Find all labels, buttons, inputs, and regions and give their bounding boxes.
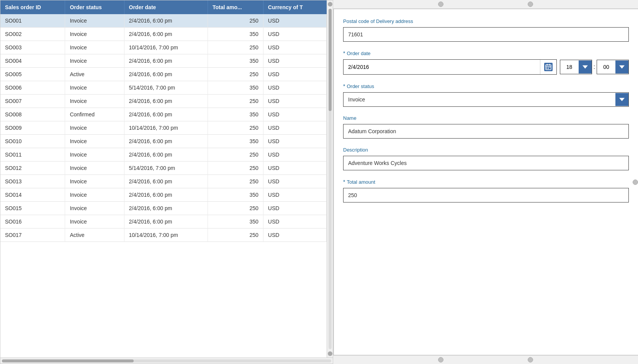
table-cell: 2/4/2016, 6:00 pm [124,215,208,229]
table-cell: 2/4/2016, 6:00 pm [124,14,208,28]
table-scroll-area[interactable]: Sales order ID Order status Order date T… [0,0,327,357]
table-row[interactable]: SO007Invoice2/4/2016, 6:00 pm250USD [0,95,327,108]
table-cell: USD [263,135,326,148]
table-cell: Invoice [65,135,124,148]
table-cell: 250 [208,148,263,162]
minute-dropdown-button[interactable] [615,60,628,73]
h-scroll-thumb[interactable] [2,359,134,362]
table-cell: 250 [208,202,263,215]
order-status-field-group: * Order status Invoice [343,83,629,107]
table-row[interactable]: SO008Confirmed2/4/2016, 6:00 pm350USD [0,108,327,121]
table-row[interactable]: SO003Invoice10/14/2016, 7:00 pm250USD [0,41,327,54]
table-cell: 250 [208,162,263,175]
table-row[interactable]: SO012Invoice5/14/2016, 7:00 pm250USD [0,162,327,175]
name-field-group: Name [343,115,629,139]
table-cell: SO007 [0,95,65,108]
scroll-track[interactable] [329,9,332,349]
col-header-order-date[interactable]: Order date [124,0,208,14]
col-header-total-amount[interactable]: Total amo... [208,0,263,14]
right-mid-handle[interactable] [633,180,638,185]
scroll-up-button[interactable] [328,2,332,7]
table-cell: SO006 [0,81,65,95]
hour-dropdown-button[interactable] [579,60,592,73]
col-header-sales-order-id[interactable]: Sales order ID [0,0,65,14]
order-status-label: * Order status [343,83,629,89]
table-cell: Active [65,229,124,242]
table-cell: USD [263,215,326,229]
col-header-currency[interactable]: Currency of T [263,0,326,14]
horizontal-scrollbar[interactable] [0,357,333,364]
table-row[interactable]: SO011Invoice2/4/2016, 6:00 pm250USD [0,148,327,162]
postal-code-label: Postal code of Delivery address [343,18,629,24]
table-cell: Confirmed [65,108,124,121]
table-cell: USD [263,14,326,28]
top-resize-handles [333,0,638,8]
table-cell: 350 [208,188,263,202]
table-row[interactable]: SO017Active10/14/2016, 7:00 pm250USD [0,229,327,242]
table-cell: USD [263,108,326,121]
order-date-field-group: * Order date [343,50,629,75]
table-cell: 2/4/2016, 6:00 pm [124,108,208,121]
table-cell: USD [263,28,326,41]
table-cell: SO015 [0,202,65,215]
table-cell: 350 [208,215,263,229]
table-row[interactable]: SO001Invoice2/4/2016, 6:00 pm250USD [0,14,327,28]
description-label-text: Description [343,147,368,153]
table-cell: Invoice [65,162,124,175]
table-cell: 250 [208,68,263,81]
table-cell: USD [263,202,326,215]
app-wrapper: Sales order ID Order status Order date T… [0,0,638,364]
table-row[interactable]: SO005Active2/4/2016, 6:00 pm250USD [0,68,327,81]
table-cell: Invoice [65,54,124,68]
form-outer: Postal code of Delivery address * Order … [333,0,638,364]
name-input[interactable] [343,124,629,139]
h-scroll-track[interactable] [2,359,331,362]
table-cell: Invoice [65,14,124,28]
total-amount-label-text: Total amount [347,179,375,185]
table-cell: 350 [208,81,263,95]
table-vertical-scrollbar[interactable] [327,0,333,357]
table-cell: Active [65,68,124,81]
bottom-left-handle[interactable] [438,357,443,362]
table-row[interactable]: SO010Invoice2/4/2016, 6:00 pm350USD [0,135,327,148]
table-cell: SO004 [0,54,65,68]
top-left-handle[interactable] [438,2,443,7]
table-row[interactable]: SO016Invoice2/4/2016, 6:00 pm350USD [0,215,327,229]
table-row[interactable]: SO015Invoice2/4/2016, 6:00 pm250USD [0,202,327,215]
form-panel: Postal code of Delivery address * Order … [333,8,638,356]
table-row[interactable]: SO014Invoice2/4/2016, 6:00 pm350USD [0,188,327,202]
postal-code-field-group: Postal code of Delivery address [343,18,629,42]
table-cell: USD [263,188,326,202]
calendar-icon [544,63,553,71]
table-row[interactable]: SO002Invoice2/4/2016, 6:00 pm350USD [0,28,327,41]
hour-value: 18 [560,60,579,74]
table-cell: Invoice [65,188,124,202]
svg-rect-5 [548,67,549,68]
table-row[interactable]: SO004Invoice2/4/2016, 6:00 pm350USD [0,54,327,68]
bottom-right-handle[interactable] [528,357,533,362]
table-cell: SO008 [0,108,65,121]
table-cell: 10/14/2016, 7:00 pm [124,229,208,242]
table-cell: 250 [208,41,263,54]
total-amount-input[interactable] [343,188,629,202]
table-cell: 350 [208,28,263,41]
table-area: Sales order ID Order status Order date T… [0,0,333,357]
top-right-handle[interactable] [528,2,533,7]
postal-code-input[interactable] [343,27,629,42]
col-header-order-status[interactable]: Order status [65,0,124,14]
description-input[interactable] [343,156,629,170]
table-row[interactable]: SO006Invoice5/14/2016, 7:00 pm350USD [0,81,327,95]
order-date-input[interactable] [344,60,540,74]
table-row[interactable]: SO009Invoice10/14/2016, 7:00 pm250USD [0,121,327,135]
order-status-select-wrap: Invoice [343,92,629,107]
svg-rect-8 [548,68,549,69]
table-cell: 350 [208,54,263,68]
svg-rect-7 [546,68,547,69]
table-row[interactable]: SO013Invoice2/4/2016, 6:00 pm250USD [0,175,327,188]
scroll-down-button[interactable] [328,351,332,356]
order-status-dropdown-button[interactable] [615,93,628,106]
scroll-thumb[interactable] [329,9,332,111]
order-status-value: Invoice [344,93,615,106]
calendar-button[interactable] [540,60,556,74]
table-cell: 2/4/2016, 6:00 pm [124,175,208,188]
